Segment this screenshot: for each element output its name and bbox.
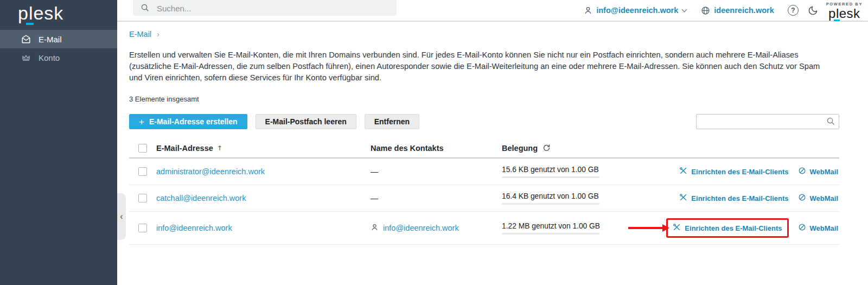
powered-by-plesk-badge: POWERED BY plesk — [826, 1, 863, 20]
search-icon[interactable] — [826, 117, 835, 128]
column-header-contact[interactable]: Name des Kontakts — [371, 144, 502, 153]
globe-icon — [701, 6, 710, 15]
sidebar-item-konto[interactable]: Konto — [0, 48, 117, 67]
email-table: E-Mail-Adresse ↑ Name des Kontakts Beleg… — [129, 138, 839, 245]
sidebar-item-label: E-Mail — [39, 35, 62, 44]
contact-name-empty: — — [371, 194, 502, 202]
topbar: info@ideenreich.work ideenreich.work ? P… — [117, 0, 868, 22]
page-description: Erstellen und verwalten Sie E-Mail-Konte… — [129, 49, 827, 83]
row-checkbox[interactable] — [138, 167, 147, 176]
sidebar: plesk E-Mail Konto — [0, 0, 117, 285]
column-header-email-label: E-Mail-Adresse — [156, 144, 213, 153]
setup-email-client-label: Einrichten des E-Mail-Clients — [691, 194, 788, 202]
row-actions: Einrichten des E-Mail-Clients WebMail — [629, 167, 839, 176]
usage-progress-bar — [502, 176, 599, 178]
setup-email-client-label: Einrichten des E-Mail-Clients — [685, 224, 782, 232]
plesk-logo-underline — [26, 23, 34, 25]
plesk-logo[interactable]: plesk — [18, 1, 63, 25]
items-total-count: 3 Elemente insgesamt — [129, 95, 199, 103]
red-annotation-arrow — [628, 227, 662, 229]
create-email-address-label: E-Mail-Adresse erstellen — [149, 117, 238, 126]
breadcrumb: E-Mail › — [129, 29, 159, 39]
plus-icon: + — [139, 117, 144, 126]
row-checkbox[interactable] — [138, 224, 147, 232]
dark-mode-moon-icon[interactable] — [808, 5, 818, 16]
column-header-usage-label: Belegung — [502, 144, 538, 153]
row-checkbox[interactable] — [138, 194, 147, 202]
usage-text: 1.22 MB genutzt von 1.00 GB — [502, 222, 629, 230]
chevron-right-icon: › — [157, 29, 159, 39]
webmail-label: WebMail — [810, 194, 839, 202]
webmail-label: WebMail — [810, 168, 839, 176]
envelope-icon — [21, 34, 31, 44]
sort-ascending-icon: ↑ — [217, 144, 222, 152]
table-row: administrator@ideenreich.work — 15.6 KB … — [129, 159, 839, 185]
plesk-logo-text: plesk — [18, 3, 63, 23]
table-row: info@ideenreich.work info@ideenreich.wor… — [129, 212, 839, 245]
chevron-left-icon: ‹ — [120, 212, 123, 221]
tools-icon — [679, 193, 687, 203]
table-header-row: E-Mail-Adresse ↑ Name des Kontakts Beleg… — [129, 138, 839, 159]
domain-link[interactable]: ideenreich.work — [714, 6, 774, 15]
setup-email-client-link[interactable]: Einrichten des E-Mail-Clients — [673, 223, 782, 233]
contact-name-empty: — — [371, 167, 502, 176]
toolbar: + E-Mail-Adresse erstellen E-Mail-Postfa… — [129, 114, 419, 129]
tools-icon — [679, 167, 687, 176]
usage-text: 15.6 KB genutzt von 1.00 GB — [502, 166, 629, 174]
create-email-address-button[interactable]: + E-Mail-Adresse erstellen — [129, 114, 247, 129]
table-filter-input[interactable] — [696, 114, 839, 129]
email-address-link[interactable]: catchall@ideenreich.work — [156, 194, 371, 202]
webmail-link[interactable]: WebMail — [798, 223, 839, 233]
user-icon — [584, 6, 592, 15]
global-search-input[interactable] — [133, 0, 397, 16]
setup-email-client-link[interactable]: Einrichten des E-Mail-Clients — [679, 193, 788, 203]
table-row: catchall@ideenreich.work — 16.4 KB genut… — [129, 185, 839, 212]
crown-icon — [21, 53, 31, 62]
webmail-globe-icon — [798, 223, 806, 233]
sidebar-header: plesk — [0, 0, 117, 30]
column-header-email[interactable]: E-Mail-Adresse ↑ — [156, 144, 371, 153]
breadcrumb-email-link[interactable]: E-Mail — [129, 30, 151, 39]
red-highlight-box: Einrichten des E-Mail-Clients — [666, 218, 788, 238]
sidebar-collapse-handle[interactable]: ‹ — [117, 193, 126, 240]
row-actions: Einrichten des E-Mail-Clients WebMail — [629, 193, 839, 203]
sidebar-item-label: Konto — [39, 53, 60, 62]
remove-button[interactable]: Entfernen — [365, 114, 419, 129]
tools-icon — [673, 223, 681, 233]
sidebar-item-email[interactable]: E-Mail — [0, 30, 117, 48]
user-icon — [371, 223, 379, 233]
powered-by-plesk-logo: plesk — [828, 6, 860, 21]
powered-by-logo-underline — [834, 20, 840, 21]
refresh-icon[interactable] — [542, 144, 551, 152]
help-icon[interactable]: ? — [788, 5, 799, 16]
account-menu-link[interactable]: info@ideenreich.work — [596, 6, 678, 15]
select-all-checkbox[interactable] — [138, 144, 147, 153]
email-address-link[interactable]: administrator@ideenreich.work — [156, 167, 371, 176]
webmail-link[interactable]: WebMail — [798, 193, 839, 203]
webmail-link[interactable]: WebMail — [798, 167, 839, 176]
webmail-globe-icon — [798, 167, 806, 176]
empty-mailbox-button[interactable]: E-Mail-Postfach leeren — [256, 114, 356, 129]
usage-cell: 15.6 KB genutzt von 1.00 GB — [502, 166, 629, 178]
usage-cell: 16.4 KB genutzt von 1.00 GB — [502, 192, 629, 205]
topbar-right: info@ideenreich.work ideenreich.work ? P… — [584, 0, 863, 21]
table-filter — [696, 114, 839, 129]
setup-email-client-link[interactable]: Einrichten des E-Mail-Clients — [679, 167, 788, 176]
usage-cell: 1.22 MB genutzt von 1.00 GB — [502, 222, 629, 235]
usage-progress-bar — [502, 233, 599, 235]
email-address-link[interactable]: info@ideenreich.work — [156, 224, 371, 232]
usage-text: 16.4 KB genutzt von 1.00 GB — [502, 192, 629, 200]
chevron-down-icon[interactable] — [682, 7, 687, 12]
contact-name-link[interactable]: info@ideenreich.work — [383, 224, 459, 232]
webmail-label: WebMail — [810, 224, 839, 232]
contact-cell: info@ideenreich.work — [371, 223, 502, 233]
column-header-usage: Belegung — [502, 144, 629, 153]
setup-email-client-label: Einrichten des E-Mail-Clients — [691, 168, 788, 176]
webmail-globe-icon — [798, 193, 806, 203]
usage-progress-bar — [502, 203, 599, 205]
